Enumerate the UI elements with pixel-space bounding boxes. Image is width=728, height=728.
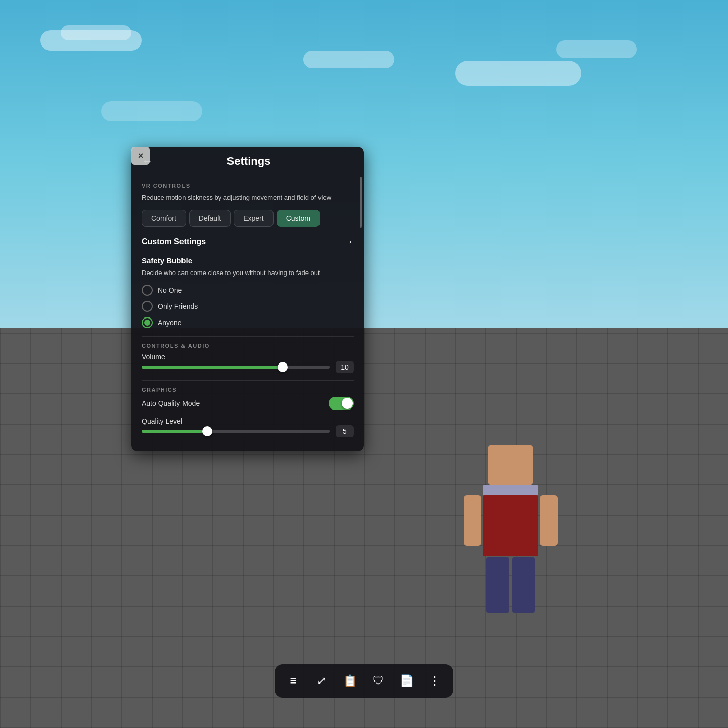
more-icon: ⋮ [429, 674, 440, 688]
vr-controls-description: Reduce motion sickness by adjusting move… [142, 193, 354, 203]
radio-anyone[interactable]: Anyone [142, 317, 354, 328]
character-head [488, 445, 533, 485]
safety-bubble-description: Decide who can come close to you without… [142, 268, 354, 278]
cloud [455, 61, 581, 86]
quality-slider-track[interactable] [142, 430, 330, 433]
vr-controls-label: VR CONTROLS [142, 183, 354, 189]
background [0, 0, 728, 728]
catalog-button[interactable]: 📄 [394, 668, 419, 694]
panel-header: ← Settings [131, 147, 364, 174]
quality-level-label: Quality Level [142, 417, 354, 425]
quality-slider-fill [142, 430, 207, 433]
cloud [101, 101, 202, 121]
custom-settings-row[interactable]: Custom Settings → [142, 235, 354, 248]
tab-comfort[interactable]: Comfort [142, 210, 186, 227]
safety-bubble-options: No One Only Friends Anyone [142, 285, 354, 328]
menu-icon: ≡ [290, 674, 297, 688]
more-button[interactable]: ⋮ [422, 668, 447, 694]
character-legs [455, 557, 566, 613]
character-leg-left [486, 557, 509, 613]
divider-2 [142, 380, 354, 381]
radio-anyone-label: Anyone [158, 318, 181, 327]
radio-no-one-label: No One [158, 286, 182, 294]
radio-no-one-indicator [142, 285, 153, 296]
volume-value: 10 [336, 361, 354, 373]
shield-button[interactable]: 🛡 [366, 668, 391, 694]
custom-settings-label: Custom Settings [142, 237, 206, 246]
divider-1 [142, 336, 354, 337]
radio-no-one[interactable]: No One [142, 285, 354, 296]
shield-icon: 🛡 [373, 674, 384, 688]
inventory-button[interactable]: 📋 [337, 668, 362, 694]
mode-tabs: Comfort Default Expert Custom [142, 210, 354, 227]
graphics-label: GRAPHICS [142, 387, 354, 393]
radio-only-friends-indicator [142, 301, 153, 312]
move-icon: ⤢ [317, 674, 326, 688]
menu-button[interactable]: ≡ [281, 668, 306, 694]
settings-panel: ← Settings VR CONTROLS Reduce motion sic… [131, 147, 364, 451]
volume-slider-fill [142, 366, 283, 369]
quality-value: 5 [336, 425, 354, 437]
character-arm-right [540, 495, 558, 546]
tab-custom[interactable]: Custom [277, 210, 320, 227]
cloud [61, 25, 131, 40]
tab-expert[interactable]: Expert [234, 210, 273, 227]
move-button[interactable]: ⤢ [309, 668, 334, 694]
panel-title: Settings [159, 155, 339, 168]
close-button[interactable]: × [131, 147, 150, 165]
quality-slider-thumb[interactable] [202, 426, 212, 436]
volume-slider-row: 10 [142, 361, 354, 373]
volume-label: Volume [142, 353, 354, 361]
bottom-toolbar: ≡ ⤢ 📋 🛡 📄 ⋮ [275, 664, 453, 698]
auto-quality-label: Auto Quality Mode [142, 399, 200, 407]
toggle-knob [342, 398, 353, 409]
close-icon: × [138, 151, 144, 161]
cloud [556, 40, 637, 58]
radio-only-friends-label: Only Friends [158, 302, 198, 310]
radio-only-friends[interactable]: Only Friends [142, 301, 354, 312]
auto-quality-row: Auto Quality Mode [142, 397, 354, 410]
volume-slider-track[interactable] [142, 366, 330, 369]
safety-bubble-title: Safety Bubble [142, 256, 354, 265]
panel-content[interactable]: VR CONTROLS Reduce motion sickness by ad… [131, 174, 364, 451]
scrollbar[interactable] [360, 177, 362, 228]
character-leg-right [512, 557, 535, 613]
radio-anyone-indicator [142, 317, 153, 328]
controls-audio-label: CONTROLS & AUDIO [142, 343, 354, 349]
cloud [303, 51, 394, 68]
character-collar [483, 485, 538, 495]
tab-default[interactable]: Default [189, 210, 231, 227]
inventory-icon: 📋 [343, 674, 357, 688]
character [455, 445, 566, 637]
quality-slider-row: 5 [142, 425, 354, 437]
character-body [483, 495, 538, 556]
volume-slider-thumb[interactable] [278, 362, 288, 372]
catalog-icon: 📄 [400, 674, 414, 688]
auto-quality-toggle[interactable] [329, 397, 354, 410]
custom-settings-arrow[interactable]: → [343, 235, 354, 248]
character-arm-left [464, 495, 481, 546]
